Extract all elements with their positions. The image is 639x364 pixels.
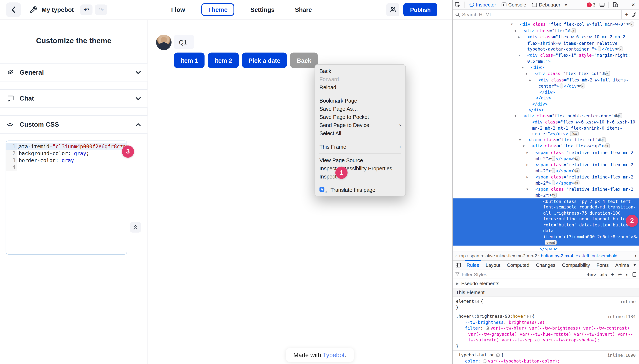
panel-tab-compatibility[interactable]: Compatibility: [559, 260, 593, 270]
dom-node[interactable]: ▶<div class="flex w-6 xs:w-10 mr-2 mb-2 …: [453, 34, 639, 52]
panel-tab-changes[interactable]: Changes: [533, 260, 559, 270]
rule-source-link[interactable]: inline:1090: [607, 352, 636, 358]
dom-node-selected[interactable]: <button class="py-2 px-4 text-left font-…: [453, 198, 639, 245]
section-custom-css[interactable]: <>Custom CSS: [0, 115, 148, 134]
publish-button[interactable]: Publish: [404, 3, 437, 16]
panel-tab-anima[interactable]: Anima: [612, 260, 632, 270]
section-general[interactable]: General: [0, 63, 148, 82]
chat-button-item-1[interactable]: item 1: [174, 52, 205, 68]
twisty-expanded-icon[interactable]: ▼: [515, 22, 520, 28]
css-editor-line[interactable]: 4: [6, 164, 127, 170]
menu-item-save-page-as-[interactable]: Save Page As…: [315, 104, 405, 113]
eyedropper-icon[interactable]: [631, 12, 636, 17]
tab-settings[interactable]: Settings: [246, 4, 279, 16]
error-count-badge[interactable]: !3: [587, 2, 595, 7]
dom-node[interactable]: ▼<div class="flex">flex: [453, 28, 639, 34]
dom-node[interactable]: ▼<div class="flex-1" style="margin-right…: [453, 52, 639, 64]
menu-item-select-all[interactable]: Select All: [315, 129, 405, 137]
pick-element-button[interactable]: [453, 2, 462, 8]
chat-button-item-2[interactable]: item 2: [208, 52, 239, 68]
tab-flow[interactable]: Flow: [167, 4, 189, 16]
css-code[interactable]: ata-itemid="cl3iunm4p000f2e6gfr8cznnn"] …: [17, 143, 127, 150]
twisty-expanded-icon[interactable]: ▼: [530, 71, 534, 77]
twisty-collapsed-icon[interactable]: ▶: [523, 34, 527, 40]
dom-node[interactable]: ▶<span class="relative inline-flex mr-2 …: [453, 174, 639, 186]
dom-node[interactable]: <div class="flex w-6 xs:w-10 h-6 xs:h-10…: [453, 119, 639, 137]
dom-node[interactable]: ▼<form class="flex flex-col">flex: [453, 137, 639, 143]
breadcrumb-item[interactable]: rap: [459, 253, 466, 258]
color-swatch-empty[interactable]: [483, 359, 487, 363]
panel-tab-layout[interactable]: Layout: [482, 260, 503, 270]
dom-node[interactable]: ▶<div class="flex mb-2 w-full items-cent…: [453, 77, 639, 89]
css-code[interactable]: background-color: gray;: [17, 150, 127, 157]
dom-node[interactable]: ▶<span class="relative inline-flex mr-2 …: [453, 149, 639, 162]
breadcrumb-item[interactable]: button.py-2.px-4.text-left.font-semibold…: [541, 253, 622, 258]
tab-share[interactable]: Share: [291, 4, 316, 16]
css-declaration[interactable]: color: var(--typebot-button-color);: [456, 358, 636, 364]
typebot-name[interactable]: My typebot: [42, 6, 74, 13]
menu-item-bookmark-page[interactable]: Bookmark Page: [315, 96, 405, 104]
dom-node[interactable]: </div>: [453, 101, 639, 107]
dom-node[interactable]: ▼<div>: [453, 64, 639, 70]
tab-theme[interactable]: Theme: [201, 3, 234, 16]
dom-node[interactable]: </div>: [453, 89, 639, 95]
dom-node[interactable]: </div>: [453, 95, 639, 101]
css-editor-line[interactable]: 3border-color: gray: [6, 157, 127, 164]
menu-item-back[interactable]: Back: [315, 67, 405, 75]
css-declaration[interactable]: filter: var(--tw-blur) var(--tw-brightne…: [456, 325, 636, 343]
color-swatch-half[interactable]: [486, 326, 489, 330]
undo-button[interactable]: ↶: [80, 4, 93, 15]
twisty-expanded-icon[interactable]: ▼: [519, 113, 524, 119]
breadcrumb-item[interactable]: span.relative.inline-flex.mr-2.mb-2: [469, 253, 537, 258]
more-tools-button[interactable]: »: [563, 2, 569, 8]
devtools-menu-button[interactable]: ⋯: [620, 0, 628, 9]
devtools-tab-inspector[interactable]: Inspector: [466, 0, 499, 10]
fold-arrow-icon[interactable]: ∨: [18, 144, 20, 151]
twisty-expanded-icon[interactable]: ▼: [523, 52, 527, 58]
twisty-expanded-icon[interactable]: ▼: [519, 28, 524, 34]
breadcrumb-prev-button[interactable]: ‹: [453, 253, 459, 259]
tabs-overflow-caret[interactable]: ▼: [633, 263, 639, 267]
dom-node[interactable]: </span>: [453, 246, 639, 251]
section-chat[interactable]: Chat: [0, 89, 148, 108]
add-rule-button[interactable]: +: [611, 271, 614, 278]
dark-scheme-icon[interactable]: ◐: [626, 272, 629, 277]
dom-node[interactable]: </div>: [453, 107, 639, 112]
menu-item-translate-this-page[interactable]: AaTranslate this page: [315, 186, 405, 194]
add-node-button[interactable]: +: [625, 11, 628, 18]
css-code[interactable]: [17, 164, 127, 170]
dom-node[interactable]: ▼<span class="relative inline-flex mr-2 …: [453, 186, 639, 198]
css-editor-line[interactable]: 2background-color: gray;: [6, 150, 127, 157]
rule-selector-line[interactable]: element{: [456, 298, 636, 304]
toggle-class-button[interactable]: .cls: [599, 272, 607, 277]
toggle-hover-button[interactable]: :hov: [586, 272, 596, 277]
light-scheme-icon[interactable]: ☀: [618, 272, 622, 277]
panel-tab-rules[interactable]: Rules: [463, 260, 482, 270]
filter-styles-bar[interactable]: Filter Styles :hov .cls + ☀ ◐: [453, 270, 639, 279]
menu-item-this-frame[interactable]: This Frame›: [315, 142, 405, 151]
toggle-3pane-button[interactable]: [453, 263, 463, 268]
menu-item-inspect[interactable]: Inspect: [315, 172, 405, 180]
twisty-expanded-icon[interactable]: ▼: [526, 64, 531, 70]
menu-item-save-page-to-pocket[interactable]: Save Page to Pocket: [315, 113, 405, 121]
dom-node[interactable]: ▼<div class="flex flex-col">flex: [453, 70, 639, 77]
breadcrumb-next-button[interactable]: ›: [632, 253, 639, 259]
twisty-collapsed-icon[interactable]: ▶: [531, 162, 535, 168]
twisty-expanded-icon[interactable]: ▼: [524, 137, 528, 143]
responsive-mode-button[interactable]: [611, 0, 619, 9]
typebot-link[interactable]: Typebot: [323, 352, 344, 358]
devtools-tab-console[interactable]: Console: [499, 0, 529, 10]
close-devtools-button[interactable]: ×: [629, 0, 637, 9]
back-button[interactable]: [6, 2, 21, 17]
custom-css-editor[interactable]: 1∨ata-itemid="cl3iunm4p000f2e6gfr8cznnn"…: [6, 140, 127, 254]
devtools-tab-debugger[interactable]: Debugger: [529, 0, 563, 10]
chat-button-back[interactable]: Back: [290, 52, 318, 68]
twisty-collapsed-icon[interactable]: ▶: [534, 77, 538, 83]
dom-node[interactable]: ▼<div class="flex flex-wrap">flex: [453, 143, 639, 149]
collaborators-button[interactable]: [387, 3, 399, 16]
panel-tab-computed[interactable]: Computed: [504, 260, 533, 270]
dom-node[interactable]: ▼<div class="flex bubble-enter-done">fle…: [453, 112, 639, 119]
menu-item-inspect-accessibility-properties[interactable]: Inspect Accessibility Properties: [315, 164, 405, 172]
rule-source-link[interactable]: inline: [620, 299, 636, 304]
twisty-collapsed-icon[interactable]: ▶: [531, 174, 535, 180]
